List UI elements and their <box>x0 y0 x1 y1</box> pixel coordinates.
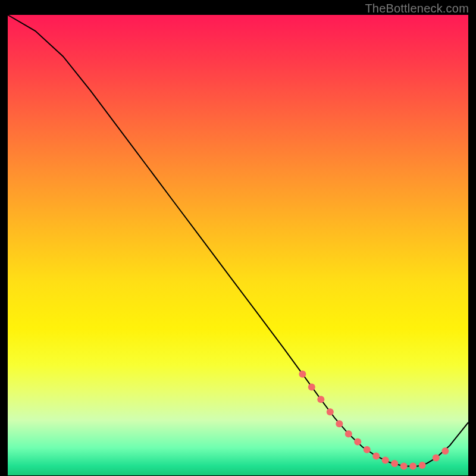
chart-frame <box>8 15 468 475</box>
data-point <box>372 453 380 460</box>
data-point <box>441 447 449 455</box>
data-point <box>336 420 343 427</box>
bottleneck-curve <box>8 15 468 466</box>
data-point <box>400 463 408 470</box>
data-point <box>354 439 361 446</box>
data-points <box>299 371 449 470</box>
data-point <box>345 430 352 437</box>
data-point <box>391 460 398 467</box>
data-point <box>433 455 440 462</box>
data-point <box>382 457 389 464</box>
data-point <box>317 396 324 403</box>
data-point <box>299 371 306 378</box>
data-point <box>364 446 371 453</box>
chart-svg <box>8 15 468 475</box>
data-point <box>327 408 334 415</box>
data-point <box>409 463 416 470</box>
data-point <box>419 462 426 469</box>
data-point <box>308 383 315 390</box>
attribution-text: TheBottleneck.com <box>365 2 469 15</box>
